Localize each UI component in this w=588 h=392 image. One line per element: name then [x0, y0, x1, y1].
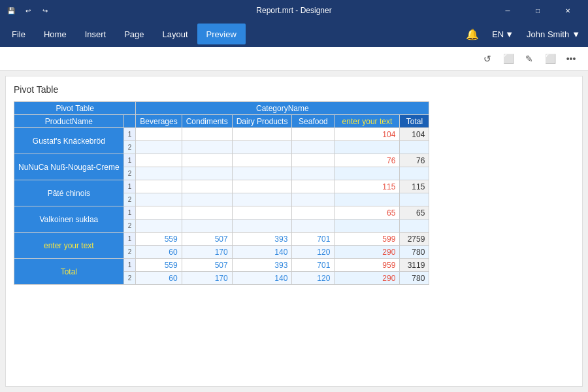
data-cell-5-1-5: 780 [400, 272, 429, 285]
close-button[interactable]: ✕ [553, 0, 583, 21]
data-cell-2-1-0 [136, 193, 182, 206]
data-cell-2-0-0 [136, 180, 182, 193]
data-cell-0-1-1 [182, 141, 232, 154]
menu-page[interactable]: Page [115, 24, 153, 44]
data-cell-0-1-4 [335, 141, 400, 154]
data-cell-3-1-1 [182, 220, 232, 233]
data-cell-4-1-2: 140 [232, 246, 292, 259]
menu-home[interactable]: Home [35, 24, 76, 44]
data-cell-0-0-2 [232, 128, 292, 141]
page-title: Pivot Table [14, 84, 574, 95]
data-cell-4-0-1: 507 [182, 233, 232, 246]
data-cell-4-0-3: 701 [292, 233, 335, 246]
data-cell-5-0-4: 959 [335, 259, 400, 272]
data-cell-0-1-3 [292, 141, 335, 154]
data-cell-4-0-5: 2759 [400, 233, 429, 246]
data-cell-0-0-0 [136, 128, 182, 141]
col-dairy: Dairy Products [232, 115, 292, 128]
data-cell-1-1-5 [400, 167, 429, 180]
bell-icon[interactable]: 🔔 [461, 25, 484, 43]
data-cell-3-0-5: 65 [400, 206, 429, 220]
toolbar-btn-more[interactable]: ••• [562, 50, 580, 68]
data-cell-5-1-3: 120 [292, 272, 335, 285]
language-selector[interactable]: EN ▼ [487, 27, 519, 42]
data-cell-0-1-0 [136, 141, 182, 154]
data-cell-3-1-5 [400, 220, 429, 233]
row-header-3: Valkoinen suklaa [14, 206, 124, 233]
data-cell-0-0-1 [182, 128, 232, 141]
content-area: Pivot Table Pivot Table CategoryName Pro… [5, 76, 583, 387]
data-cell-2-1-2 [232, 193, 292, 206]
title-bar-left: 💾 ↩ ↪ [5, 5, 51, 16]
menu-bar: File Home Insert Page Layout Preview 🔔 E… [0, 21, 588, 47]
window-title: Report.mrt - Designer [256, 6, 331, 15]
data-cell-2-1-1 [182, 193, 232, 206]
maximize-button[interactable]: □ [523, 0, 553, 21]
data-cell-4-1-5: 780 [400, 246, 429, 259]
save-button[interactable]: 💾 [5, 5, 17, 16]
data-cell-1-0-3 [292, 154, 335, 167]
data-cell-5-1-2: 140 [232, 272, 292, 285]
data-cell-5-0-5: 3119 [400, 259, 429, 272]
data-cell-5-1-1: 170 [182, 272, 232, 285]
undo-button[interactable]: ↩ [22, 5, 34, 16]
data-cell-3-0-2 [232, 206, 292, 220]
sub-num-5-1: 2 [123, 272, 136, 285]
toolbar-btn-4[interactable]: ⬜ [541, 50, 559, 68]
data-cell-1-1-3 [292, 167, 335, 180]
data-cell-5-1-0: 60 [136, 272, 182, 285]
user-menu[interactable]: John Smith ▼ [521, 27, 585, 42]
row-header-0: Gustaf's Knäckebröd [14, 128, 124, 154]
data-cell-4-0-0: 559 [136, 233, 182, 246]
pivot-table: Pivot Table CategoryName ProductName Bev… [14, 101, 429, 285]
data-cell-5-0-1: 507 [182, 259, 232, 272]
data-cell-1-1-4 [335, 167, 400, 180]
data-cell-1-0-1 [182, 154, 232, 167]
toolbar-btn-1[interactable]: ↺ [478, 50, 497, 68]
data-cell-0-0-5: 104 [400, 128, 429, 141]
row-header-2: Pâté chinois [14, 180, 124, 206]
data-cell-1-0-0 [136, 154, 182, 167]
data-cell-1-0-2 [232, 154, 292, 167]
minimize-button[interactable]: ─ [493, 0, 523, 21]
data-cell-2-0-1 [182, 180, 232, 193]
col-total: Total [400, 115, 429, 128]
menu-file[interactable]: File [3, 24, 35, 44]
sub-num-3-0: 1 [123, 206, 136, 220]
sub-header [123, 115, 136, 128]
row-header-4: enter your text [14, 233, 124, 259]
data-cell-2-0-2 [232, 180, 292, 193]
data-cell-2-0-4: 115 [335, 180, 400, 193]
data-cell-5-0-3: 701 [292, 259, 335, 272]
data-cell-2-0-5: 115 [400, 180, 429, 193]
data-cell-1-1-1 [182, 167, 232, 180]
data-cell-4-1-4: 290 [335, 246, 400, 259]
data-cell-5-0-2: 393 [232, 259, 292, 272]
sub-num-4-0: 1 [123, 233, 136, 246]
data-cell-3-1-4 [335, 220, 400, 233]
data-cell-4-1-3: 120 [292, 246, 335, 259]
data-cell-3-0-1 [182, 206, 232, 220]
corner-header: Pivot Table [14, 102, 136, 115]
data-cell-0-1-2 [232, 141, 292, 154]
data-cell-1-1-0 [136, 167, 182, 180]
toolbar-btn-2[interactable]: ⬜ [499, 50, 517, 68]
row-header-5: Total [14, 259, 124, 285]
data-cell-1-0-4: 76 [335, 154, 400, 167]
toolbar: ↺ ⬜ ✎ ⬜ ••• [0, 47, 588, 71]
toolbar-btn-3[interactable]: ✎ [520, 50, 538, 68]
data-cell-4-0-4: 599 [335, 233, 400, 246]
menu-layout[interactable]: Layout [154, 24, 197, 44]
redo-button[interactable]: ↪ [39, 5, 51, 16]
menu-insert[interactable]: Insert [76, 24, 116, 44]
data-cell-4-1-0: 60 [136, 246, 182, 259]
title-bar: 💾 ↩ ↪ Report.mrt - Designer ─ □ ✕ [0, 0, 588, 21]
data-cell-2-0-3 [292, 180, 335, 193]
menu-right: 🔔 EN ▼ John Smith ▼ [461, 25, 585, 43]
data-cell-3-0-3 [292, 206, 335, 220]
data-cell-4-0-2: 393 [232, 233, 292, 246]
menu-preview[interactable]: Preview [197, 24, 246, 44]
data-cell-2-1-5 [400, 193, 429, 206]
data-cell-0-1-5 [400, 141, 429, 154]
data-cell-3-1-2 [232, 220, 292, 233]
